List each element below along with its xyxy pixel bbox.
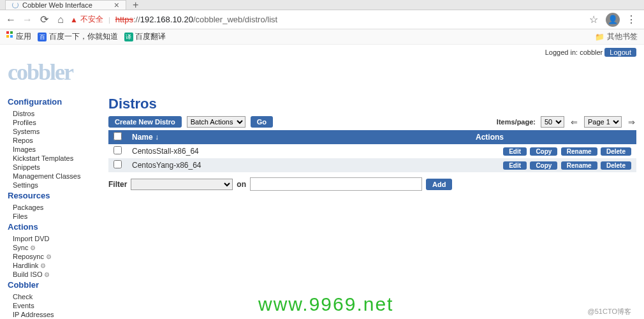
copy-button[interactable]: Copy bbox=[530, 161, 557, 170]
page-select[interactable]: Page 1 bbox=[584, 116, 622, 128]
section-resources: Resources bbox=[8, 191, 97, 200]
logged-in-user: cobbler bbox=[580, 48, 603, 56]
cobbler-logo: cobbler bbox=[8, 57, 636, 96]
toolbar: Create New Distro Batch Actions Go Items… bbox=[108, 116, 636, 128]
baidu-icon: 百 bbox=[38, 33, 47, 41]
sidebar-item-build-iso[interactable]: Build ISO bbox=[8, 270, 97, 279]
row-checkbox[interactable] bbox=[113, 160, 122, 168]
row-name[interactable]: CentosYang-x86_64 bbox=[127, 158, 471, 172]
sidebar-item-snippets[interactable]: Snippets bbox=[8, 163, 97, 172]
home-icon[interactable]: ⌂ bbox=[54, 14, 68, 26]
user-avatar-icon[interactable]: 👤 bbox=[606, 13, 620, 27]
logged-in-label: Logged in: bbox=[545, 48, 578, 56]
col-name[interactable]: Name ↓ bbox=[127, 130, 471, 144]
table-row: CentosYang-x86_64 Edit Copy Rename Delet… bbox=[108, 158, 636, 172]
section-configuration: Configuration bbox=[8, 97, 97, 107]
edit-button[interactable]: Edit bbox=[503, 161, 527, 170]
sidebar-item-repos[interactable]: Repos bbox=[8, 136, 97, 145]
new-tab-icon[interactable]: + bbox=[126, 0, 145, 11]
warning-icon: ▲ bbox=[70, 15, 78, 24]
bookmark-star-icon[interactable]: ☆ bbox=[584, 13, 603, 26]
sidebar-item-hardlink[interactable]: Hardlink bbox=[8, 261, 97, 270]
go-button[interactable]: Go bbox=[251, 116, 273, 128]
col-checkbox bbox=[108, 130, 127, 144]
login-status: Logged in: cobbler Logout bbox=[8, 47, 636, 57]
security-warning[interactable]: ▲ 不安全 bbox=[70, 14, 103, 25]
section-cobbler: Cobbler bbox=[8, 280, 97, 290]
sidebar-item-ip[interactable]: IP Addresses bbox=[8, 310, 97, 319]
sidebar-item-events[interactable]: Events bbox=[8, 301, 97, 310]
back-icon[interactable]: ← bbox=[4, 14, 18, 26]
bookmarks-bar: 应用 百 百度一下，你就知道 译 百度翻译 📁 其他书签 bbox=[0, 29, 644, 45]
apps-bookmark[interactable]: 应用 bbox=[6, 31, 31, 42]
filter-row: Filter on Add bbox=[108, 177, 636, 191]
delete-button[interactable]: Delete bbox=[601, 147, 631, 156]
credit: @51CTO博客 bbox=[588, 307, 631, 316]
sidebar-item-profiles[interactable]: Profiles bbox=[8, 118, 97, 127]
delete-button[interactable]: Delete bbox=[601, 161, 631, 170]
prev-page-icon[interactable]: ⇐ bbox=[569, 117, 579, 127]
sidebar-item-mgmt-classes[interactable]: Management Classes bbox=[8, 172, 97, 181]
sidebar-item-images[interactable]: Images bbox=[8, 145, 97, 154]
logout-button[interactable]: Logout bbox=[604, 48, 636, 57]
url-field[interactable]: https://192.168.10.20/cobbler_web/distro… bbox=[115, 15, 582, 24]
separator: | bbox=[108, 16, 110, 24]
batch-actions-select[interactable]: Batch Actions bbox=[187, 116, 245, 128]
rename-button[interactable]: Rename bbox=[561, 161, 597, 170]
section-actions: Actions bbox=[8, 222, 97, 232]
menu-icon[interactable]: ⋮ bbox=[622, 13, 640, 26]
sidebar-item-reposync[interactable]: Reposync bbox=[8, 252, 97, 261]
main-panel: Distros Create New Distro Batch Actions … bbox=[108, 96, 636, 319]
add-filter-button[interactable]: Add bbox=[426, 179, 452, 190]
sidebar-item-settings[interactable]: Settings bbox=[8, 181, 97, 189]
other-bookmarks[interactable]: 📁 其他书签 bbox=[595, 31, 638, 42]
sidebar-item-systems[interactable]: Systems bbox=[8, 127, 97, 136]
rename-button[interactable]: Rename bbox=[561, 147, 597, 156]
sidebar: Configuration Distros Profiles Systems R… bbox=[8, 96, 97, 319]
tab-close-icon[interactable]: × bbox=[114, 2, 119, 8]
sidebar-item-check[interactable]: Check bbox=[8, 292, 97, 301]
sidebar-item-distros[interactable]: Distros bbox=[8, 109, 97, 118]
filter-field-select[interactable] bbox=[131, 179, 233, 190]
warning-label: 不安全 bbox=[80, 14, 103, 25]
baidu-bookmark[interactable]: 百 百度一下，你就知道 bbox=[38, 31, 117, 42]
tab-title: Cobbler Web Interface bbox=[22, 1, 92, 9]
apps-icon bbox=[6, 31, 14, 39]
tab-favicon bbox=[12, 2, 18, 8]
next-page-icon[interactable]: ⇒ bbox=[627, 117, 636, 127]
sidebar-item-kickstart[interactable]: Kickstart Templates bbox=[8, 154, 97, 163]
table-row: CentosStall-x86_64 Edit Copy Rename Dele… bbox=[108, 144, 636, 158]
edit-button[interactable]: Edit bbox=[503, 147, 527, 156]
translate-bookmark[interactable]: 译 百度翻译 bbox=[124, 31, 166, 42]
distros-table: Name ↓ Actions CentosStall-x86_64 Edit C… bbox=[108, 130, 636, 172]
tab-bar: Cobbler Web Interface × + bbox=[0, 0, 644, 10]
row-checkbox[interactable] bbox=[113, 146, 122, 154]
on-label: on bbox=[237, 180, 246, 189]
items-per-page-select[interactable]: 50 bbox=[541, 116, 564, 128]
address-bar: ← → ⟳ ⌂ ▲ 不安全 | https://192.168.10.20/co… bbox=[0, 10, 644, 29]
folder-icon: 📁 bbox=[595, 33, 604, 41]
sidebar-item-packages[interactable]: Packages bbox=[8, 203, 97, 212]
row-name[interactable]: CentosStall-x86_64 bbox=[127, 144, 471, 158]
filter-label: Filter bbox=[108, 180, 127, 189]
sidebar-item-import-dvd[interactable]: Import DVD bbox=[8, 234, 97, 243]
select-all-checkbox[interactable] bbox=[113, 132, 122, 140]
create-new-distro-button[interactable]: Create New Distro bbox=[108, 116, 182, 128]
items-per-page-label: Items/page: bbox=[497, 118, 536, 126]
watermark: www.9969.net bbox=[258, 293, 393, 315]
filter-value-input[interactable] bbox=[250, 177, 422, 191]
forward-icon[interactable]: → bbox=[20, 14, 34, 26]
sidebar-item-sync[interactable]: Sync bbox=[8, 243, 97, 252]
reload-icon[interactable]: ⟳ bbox=[37, 13, 51, 26]
page-title: Distros bbox=[108, 96, 636, 112]
translate-icon: 译 bbox=[124, 33, 133, 41]
browser-tab[interactable]: Cobbler Web Interface × bbox=[5, 0, 126, 10]
copy-button[interactable]: Copy bbox=[530, 147, 557, 156]
col-actions: Actions bbox=[471, 130, 636, 144]
page-content: Logged in: cobbler Logout cobbler Config… bbox=[0, 45, 644, 319]
sidebar-item-files[interactable]: Files bbox=[8, 212, 97, 221]
